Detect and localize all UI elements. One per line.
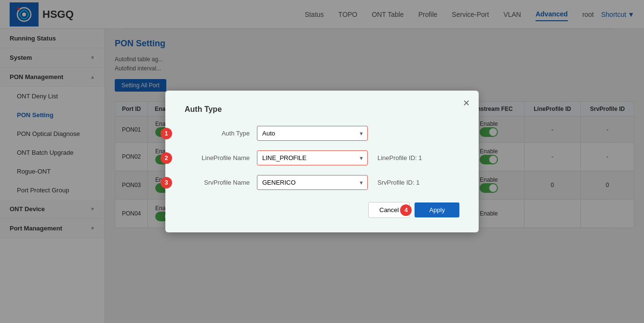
srv-profile-select[interactable]: GENERICO <box>257 175 368 190</box>
form-row-auth-type: 1 Auth Type Auto Manual Password SN-Pass… <box>185 126 459 141</box>
apply-button[interactable]: Apply <box>415 202 459 217</box>
modal-close-button[interactable]: ✕ <box>463 98 470 108</box>
step-badge-1: 1 <box>161 128 172 139</box>
auth-type-select-wrapper: Auto Manual Password SN-Password ▼ <box>257 126 368 141</box>
srv-profile-select-wrapper: GENERICO ▼ <box>257 175 368 190</box>
auth-type-modal: Auth Type ✕ 1 Auth Type Auto Manual Pass… <box>165 91 479 232</box>
auth-type-select[interactable]: Auto Manual Password SN-Password <box>257 126 368 141</box>
line-profile-select[interactable]: LINE_PROFILE <box>257 150 368 165</box>
auth-type-label: Auth Type <box>185 130 257 137</box>
modal-overlay: Auth Type ✕ 1 Auth Type Auto Manual Pass… <box>0 0 644 323</box>
modal-title: Auth Type <box>185 105 459 114</box>
form-row-line-profile: 2 LineProfile Name LINE_PROFILE ▼ LinePr… <box>185 150 459 165</box>
line-profile-id-label: LineProfile ID: 1 <box>377 154 422 162</box>
srv-profile-label: SrvProfile Name <box>185 179 257 186</box>
step-badge-3: 3 <box>161 177 172 188</box>
line-profile-select-wrapper: LINE_PROFILE ▼ <box>257 150 368 165</box>
form-row-srv-profile: 3 SrvProfile Name GENERICO ▼ SrvProfile … <box>185 175 459 190</box>
line-profile-label: LineProfile Name <box>185 154 257 162</box>
step-badge-2: 2 <box>161 152 172 164</box>
modal-footer: Cancel 4 Apply <box>185 202 459 218</box>
step-badge-4: 4 <box>400 204 412 216</box>
srv-profile-id-label: SrvProfile ID: 1 <box>377 179 419 186</box>
